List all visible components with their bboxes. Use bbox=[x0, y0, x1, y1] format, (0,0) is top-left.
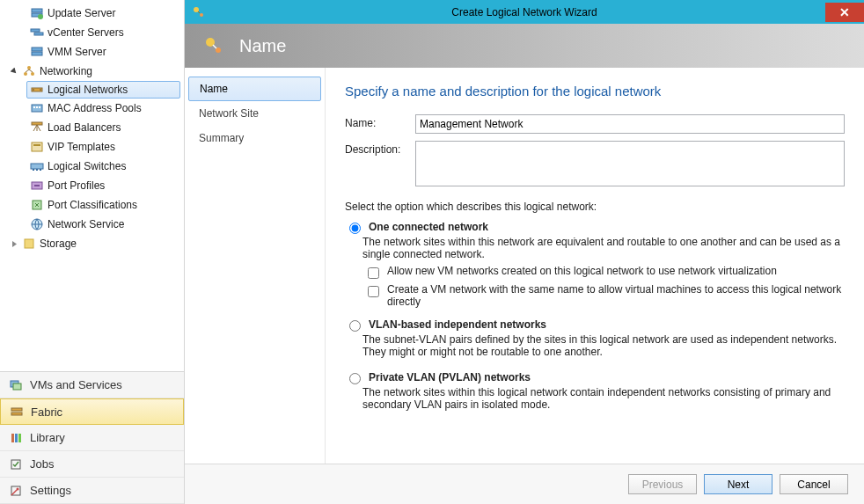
radio-vlan[interactable] bbox=[349, 320, 361, 332]
radio-one-connected-label[interactable]: One connected network bbox=[369, 221, 488, 233]
option-one-desc: The network sites within this network ar… bbox=[362, 236, 845, 260]
wizard-step-network-site[interactable]: Network Site bbox=[185, 101, 325, 126]
tree-item-vcenter-servers[interactable]: vCenter Servers bbox=[0, 23, 184, 42]
svg-rect-20 bbox=[31, 164, 43, 169]
description-input[interactable] bbox=[415, 141, 845, 186]
option-vlan: VLAN-based independent networks The subn… bbox=[345, 318, 845, 362]
svg-rect-6 bbox=[32, 52, 42, 55]
option-intro: Select the option which describes this l… bbox=[345, 201, 845, 213]
radio-pvlan-label[interactable]: Private VLAN (PVLAN) networks bbox=[369, 371, 531, 383]
nav-settings[interactable]: Settings bbox=[0, 478, 184, 504]
wizard-banner: Name bbox=[185, 24, 864, 68]
logical-network-icon bbox=[30, 83, 44, 97]
close-icon: ✕ bbox=[839, 5, 850, 19]
tree-item-label: Network Service bbox=[48, 218, 124, 230]
nav-jobs[interactable]: Jobs bbox=[0, 451, 184, 478]
svg-point-40 bbox=[200, 13, 203, 17]
step-label: Network Site bbox=[199, 107, 259, 120]
next-button[interactable]: Next bbox=[704, 474, 772, 494]
nav-label: VMs and Services bbox=[30, 378, 122, 391]
tree-item-label: VIP Templates bbox=[48, 141, 115, 153]
expand-arrow-icon[interactable] bbox=[11, 68, 18, 76]
tree-item-mac-address-pools[interactable]: MAC Address Pools bbox=[0, 99, 184, 118]
svg-point-2 bbox=[38, 14, 43, 19]
tree-item-vmm-server[interactable]: VMM Server bbox=[0, 42, 184, 62]
servers-icon bbox=[30, 26, 44, 40]
svg-rect-18 bbox=[32, 142, 42, 151]
svg-rect-3 bbox=[31, 29, 40, 32]
tree-item-label: Port Classifications bbox=[48, 199, 137, 211]
wizard-body: Name Network Site Summary Specify a name… bbox=[185, 68, 864, 464]
wizard-step-name[interactable]: Name bbox=[188, 77, 321, 101]
tree-item-vip-templates[interactable]: VIP Templates bbox=[0, 137, 184, 157]
tree-item-logical-networks[interactable]: Logical Networks bbox=[26, 81, 180, 99]
radio-vlan-label[interactable]: VLAN-based independent networks bbox=[369, 318, 546, 331]
radio-pvlan[interactable] bbox=[349, 373, 361, 384]
close-button[interactable]: ✕ bbox=[825, 3, 864, 22]
svg-point-8 bbox=[24, 72, 27, 76]
description-row: Description: bbox=[345, 141, 845, 186]
network-service-icon bbox=[30, 217, 44, 231]
svg-rect-31 bbox=[11, 408, 22, 411]
wizard-step-summary[interactable]: Summary bbox=[185, 126, 325, 150]
tree-item-label: Storage bbox=[40, 237, 77, 250]
tree-item-update-server[interactable]: Update Server bbox=[0, 4, 184, 23]
svg-rect-32 bbox=[11, 413, 22, 415]
nav-label: Fabric bbox=[31, 405, 62, 419]
mac-pool-icon bbox=[30, 101, 44, 115]
wizard-footer: Previous Next Cancel bbox=[185, 464, 864, 504]
storage-icon bbox=[22, 237, 36, 251]
tree-item-label: Load Balancers bbox=[48, 121, 121, 134]
nav-label: Settings bbox=[30, 484, 71, 497]
tree-item-port-classifications[interactable]: Port Classifications bbox=[0, 195, 184, 215]
tree-item-port-profiles[interactable]: Port Profiles bbox=[0, 176, 184, 195]
wizard-banner-title: Name bbox=[239, 36, 286, 56]
vip-template-icon bbox=[30, 140, 44, 154]
tree-item-load-balancers[interactable]: Load Balancers bbox=[0, 118, 184, 137]
option-vlan-desc: The subnet-VLAN pairs defined by the sit… bbox=[362, 333, 845, 358]
server-icon bbox=[30, 45, 44, 59]
svg-point-11 bbox=[33, 89, 34, 91]
previous-button[interactable]: Previous bbox=[628, 474, 697, 494]
logical-switch-icon bbox=[30, 159, 44, 173]
fabric-tree: Update Server vCenter Servers VMM Server… bbox=[0, 0, 184, 371]
svg-rect-17 bbox=[32, 122, 42, 125]
name-input[interactable] bbox=[415, 114, 845, 134]
svg-point-7 bbox=[27, 66, 31, 69]
tree-item-logical-switches[interactable]: Logical Switches bbox=[0, 157, 184, 176]
option-pvlan-desc: The network sites within this logical ne… bbox=[362, 386, 845, 411]
svg-rect-28 bbox=[25, 239, 33, 248]
name-label: Name: bbox=[345, 114, 415, 129]
wizard-title-icon bbox=[190, 4, 208, 21]
checkbox-create-vm-network[interactable] bbox=[368, 286, 379, 297]
wizard-titlebar[interactable]: Create Logical Network Wizard ✕ bbox=[185, 0, 864, 24]
wizard-step-list: Name Network Site Summary bbox=[185, 68, 326, 464]
checkbox-allow-virtualization[interactable] bbox=[368, 267, 379, 279]
svg-point-12 bbox=[40, 89, 41, 91]
app-nav-pane: Update Server vCenter Servers VMM Server… bbox=[0, 0, 185, 504]
nav-library[interactable]: Library bbox=[0, 425, 184, 451]
tree-item-label: Logical Switches bbox=[48, 160, 126, 172]
svg-rect-21 bbox=[33, 169, 34, 171]
radio-one-connected[interactable] bbox=[349, 223, 361, 234]
svg-rect-19 bbox=[33, 144, 40, 146]
tree-item-network-service[interactable]: Network Service bbox=[0, 215, 184, 234]
nav-label: Jobs bbox=[30, 457, 54, 471]
checkbox-allow-virtualization-label[interactable]: Allow new VM networks created on this lo… bbox=[387, 265, 777, 277]
checkbox-create-vm-network-label[interactable]: Create a VM network with the same name t… bbox=[387, 283, 845, 308]
networking-icon bbox=[22, 64, 36, 78]
nav-vms-and-services[interactable]: VMs and Services bbox=[0, 372, 184, 398]
nav-fabric[interactable]: Fabric bbox=[0, 398, 184, 425]
wizard-step-content: Specify a name and description for the l… bbox=[326, 68, 864, 464]
cancel-button[interactable]: Cancel bbox=[780, 474, 848, 494]
tree-item-storage[interactable]: Storage bbox=[0, 234, 184, 253]
wizard-banner-icon bbox=[202, 34, 225, 57]
fabric-icon bbox=[10, 405, 24, 419]
svg-rect-0 bbox=[32, 9, 42, 12]
svg-rect-4 bbox=[34, 33, 43, 35]
expand-arrow-icon[interactable] bbox=[11, 240, 18, 248]
svg-rect-22 bbox=[36, 169, 38, 171]
tree-item-label: Logical Networks bbox=[48, 84, 128, 96]
tree-item-networking[interactable]: Networking bbox=[0, 62, 184, 81]
svg-rect-25 bbox=[34, 185, 40, 186]
